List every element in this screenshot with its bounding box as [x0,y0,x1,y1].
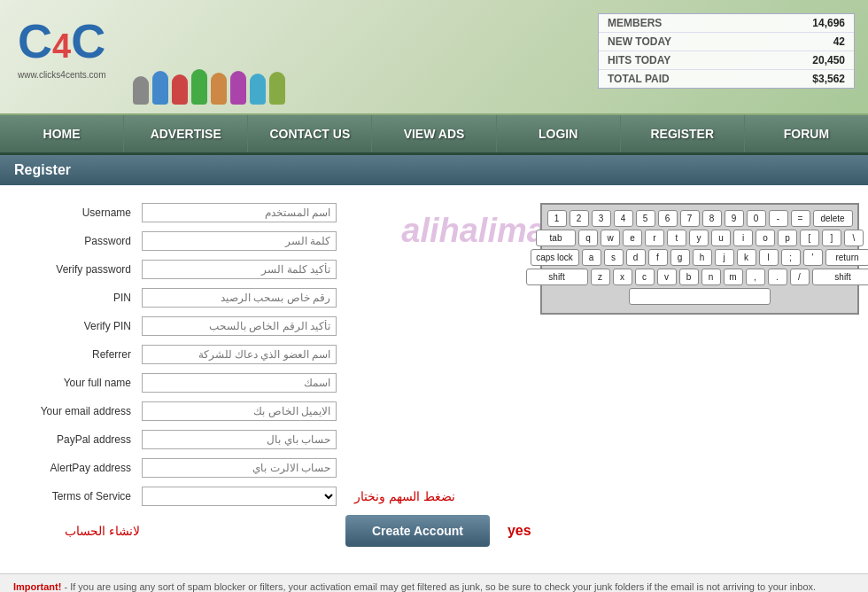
create-account-row: لانشاء الحساب Create Account yes [18,515,841,547]
logo-four: 4 [52,27,71,66]
stats-hits-today-value: 20,450 [812,54,845,66]
paypal-label: PayPal address [18,433,142,446]
nav-register[interactable]: REGISTER [621,115,745,152]
password-label: Password [18,235,142,247]
kb-key-z[interactable]: z [591,269,610,285]
kb-key-1[interactable]: 1 [547,210,567,227]
password-input[interactable] [142,231,337,251]
kb-key-comma[interactable]: , [746,269,765,285]
kb-key-period[interactable]: . [768,269,787,285]
kb-key-p[interactable]: p [778,230,797,246]
kb-space-key[interactable] [629,288,771,305]
nav-home[interactable]: HOME [0,115,124,152]
paypal-row: PayPal address [18,430,841,449]
kb-key-j[interactable]: j [715,249,734,266]
nav-login[interactable]: LOGIN [497,115,621,152]
kb-key-h[interactable]: h [693,249,712,266]
kb-key-t[interactable]: t [667,230,686,246]
kb-key-m[interactable]: m [724,269,743,285]
alertpay-input[interactable] [142,458,337,478]
alertpay-row: AlertPay address [18,458,841,478]
alertpay-label: AlertPay address [18,462,142,474]
kb-capslock-key[interactable]: caps lock [531,249,579,266]
email-input[interactable] [142,401,337,421]
kb-key-7[interactable]: 7 [680,210,700,227]
pin-input[interactable] [142,288,337,308]
kb-key-i[interactable]: i [733,230,753,246]
kb-key-a[interactable]: a [582,249,601,266]
kb-key-f[interactable]: f [648,249,668,266]
kb-key-u[interactable]: u [711,230,731,246]
kb-shift-right[interactable]: shift [812,269,869,285]
kb-return-key[interactable]: return [825,249,869,266]
person-icon [269,72,285,105]
kb-key-c[interactable]: c [635,269,655,285]
kb-key-4[interactable]: 4 [614,210,633,227]
person-icon [172,74,188,105]
email-label: Your email address [18,405,142,417]
kb-delete-key[interactable]: delete [813,210,853,227]
stats-new-today-row: NEW TODAY 42 [599,33,854,51]
nav-forum[interactable]: FORUM [745,115,868,152]
kb-key-x[interactable]: x [613,269,632,285]
kb-key-y[interactable]: y [689,230,709,246]
kb-key-s[interactable]: s [604,249,624,266]
kb-key-quote[interactable]: ' [803,249,823,266]
kb-key-lbracket[interactable]: [ [800,230,819,246]
stats-new-today-value: 42 [833,35,845,48]
kb-key-0[interactable]: 0 [747,210,766,227]
kb-key-equal[interactable]: = [791,210,810,227]
kb-key-8[interactable]: 8 [702,210,722,227]
terms-select[interactable]: yes no [142,487,337,506]
kb-key-q[interactable]: q [578,230,598,246]
kb-shift-left[interactable]: shift [526,269,588,285]
kb-key-e[interactable]: e [623,230,642,246]
logo-c-right: C [71,13,105,68]
pin-label: PIN [18,292,142,304]
kb-key-minus[interactable]: - [769,210,788,227]
kb-key-r[interactable]: r [645,230,664,246]
kb-key-w[interactable]: w [601,230,620,246]
fullname-input[interactable] [142,373,337,393]
kb-key-k[interactable]: k [737,249,756,266]
kb-key-backslash[interactable]: \ [844,230,864,246]
kb-key-5[interactable]: 5 [636,210,655,227]
kb-key-semicolon[interactable]: ; [781,249,801,266]
kb-key-3[interactable]: 3 [592,210,611,227]
nav-advertise[interactable]: ADVERTISE [124,115,248,152]
register-body: alihalimali 1 2 3 4 5 6 7 8 9 0 - = dele… [0,185,868,573]
kb-key-9[interactable]: 9 [725,210,744,227]
yes-label: yes [508,523,531,539]
kb-key-rbracket[interactable]: ] [822,230,841,246]
stats-total-paid-row: TOTAL PAID $3,562 [599,70,854,88]
verify-password-label: Verify password [18,263,142,276]
create-account-button[interactable]: Create Account [345,515,490,547]
username-label: Username [18,206,142,219]
referrer-input[interactable] [142,345,337,364]
verify-pin-input[interactable] [142,316,337,336]
kb-key-o[interactable]: o [756,230,775,246]
verify-pin-row: Verify PIN [18,316,841,336]
paypal-input[interactable] [142,430,337,449]
verify-pin-label: Verify PIN [18,320,142,332]
stats-members-label: MEMBERS [608,17,662,29]
stats-hits-today-row: HITS TODAY 20,450 [599,51,854,70]
kb-key-2[interactable]: 2 [570,210,589,227]
kb-key-g[interactable]: g [670,249,690,266]
kb-key-n[interactable]: n [701,269,721,285]
username-input[interactable] [142,203,337,222]
verify-password-input[interactable] [142,260,337,279]
referrer-row: Referrer [18,345,841,364]
nav-contact[interactable]: CONTACT US [248,115,372,152]
kb-key-v[interactable]: v [657,269,677,285]
page-header: C 4 C www.clicks4cents.com MEMBERS 14,69… [0,0,868,115]
terms-label: Terms of Service [18,490,142,502]
nav-viewads[interactable]: VIEW ADS [372,115,496,152]
kb-key-6[interactable]: 6 [658,210,678,227]
person-icon [133,76,149,105]
kb-key-slash[interactable]: / [790,269,810,285]
kb-key-b[interactable]: b [679,269,699,285]
kb-tab-key[interactable]: tab [536,230,576,246]
kb-key-d[interactable]: d [626,249,646,266]
kb-key-l[interactable]: l [759,249,779,266]
